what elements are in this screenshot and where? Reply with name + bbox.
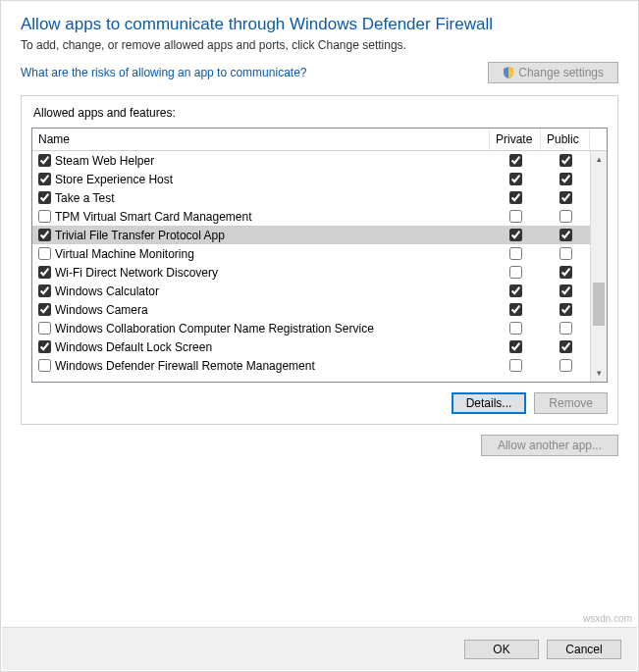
public-checkbox[interactable]	[559, 247, 572, 260]
app-enabled-checkbox[interactable]	[38, 340, 51, 353]
table-row[interactable]: Windows Collaboration Computer Name Regi…	[32, 319, 590, 337]
private-checkbox[interactable]	[509, 173, 522, 185]
app-enabled-checkbox[interactable]	[38, 266, 51, 279]
cell-name: Windows Camera	[32, 303, 490, 317]
public-checkbox[interactable]	[559, 322, 572, 335]
table-buttons: Details... Remove	[31, 392, 608, 414]
cell-public	[541, 210, 590, 223]
private-checkbox[interactable]	[509, 210, 522, 223]
cell-private	[490, 229, 541, 241]
table-row[interactable]: TPM Virtual Smart Card Management	[32, 207, 590, 226]
column-name[interactable]: Name	[32, 129, 490, 150]
app-enabled-checkbox[interactable]	[38, 284, 51, 297]
private-checkbox[interactable]	[509, 154, 522, 167]
app-enabled-checkbox[interactable]	[38, 154, 51, 167]
public-checkbox[interactable]	[559, 229, 572, 241]
app-name-label: Steam Web Helper	[55, 154, 154, 168]
cell-public	[541, 322, 590, 335]
app-enabled-checkbox[interactable]	[38, 229, 51, 241]
app-enabled-checkbox[interactable]	[38, 191, 51, 204]
table-header: Name Private Public	[32, 129, 607, 151]
private-checkbox[interactable]	[509, 359, 522, 372]
app-enabled-checkbox[interactable]	[38, 322, 51, 335]
scroll-thumb[interactable]	[593, 283, 605, 326]
column-public[interactable]: Public	[541, 129, 590, 150]
table-row[interactable]: Steam Web Helper	[32, 151, 590, 170]
app-enabled-checkbox[interactable]	[38, 247, 51, 260]
private-checkbox[interactable]	[509, 340, 522, 353]
ok-button[interactable]: OK	[464, 640, 539, 659]
risks-link[interactable]: What are the risks of allowing an app to…	[21, 66, 306, 79]
public-checkbox[interactable]	[559, 340, 572, 353]
private-checkbox[interactable]	[509, 322, 522, 335]
scroll-down-button[interactable]: ▾	[591, 365, 607, 382]
app-name-label: TPM Virtual Smart Card Management	[55, 210, 252, 224]
table-row[interactable]: Windows Defender Firewall Remote Managem…	[32, 356, 590, 375]
app-name-label: Trivial File Transfer Protocol App	[55, 229, 225, 242]
table-row[interactable]: Windows Camera	[32, 300, 590, 319]
public-checkbox[interactable]	[559, 284, 572, 297]
public-checkbox[interactable]	[559, 210, 572, 223]
cell-public	[541, 154, 590, 167]
app-enabled-checkbox[interactable]	[38, 173, 51, 185]
cell-name: Windows Default Lock Screen	[32, 340, 490, 354]
details-button[interactable]: Details...	[452, 392, 527, 414]
cell-name: Take a Test	[32, 191, 490, 205]
cell-name: Windows Collaboration Computer Name Regi…	[32, 322, 490, 336]
cell-private	[490, 340, 541, 353]
cancel-button[interactable]: Cancel	[547, 640, 621, 659]
app-name-label: Virtual Machine Monitoring	[55, 247, 194, 261]
cell-public	[541, 191, 590, 204]
app-enabled-checkbox[interactable]	[38, 359, 51, 372]
column-private[interactable]: Private	[490, 129, 541, 150]
cell-name: Store Experience Host	[32, 173, 490, 186]
scroll-up-button[interactable]: ▴	[591, 151, 607, 168]
private-checkbox[interactable]	[509, 266, 522, 279]
cell-private	[490, 247, 541, 260]
app-name-label: Windows Collaboration Computer Name Regi…	[55, 322, 374, 336]
private-checkbox[interactable]	[509, 191, 522, 204]
allow-another-app-button[interactable]: Allow another app...	[481, 435, 618, 456]
public-checkbox[interactable]	[559, 154, 572, 167]
watermark: wsxdn.com	[583, 613, 632, 624]
cell-public	[541, 359, 590, 372]
app-name-label: Windows Default Lock Screen	[55, 340, 212, 354]
cell-public	[541, 229, 590, 241]
app-enabled-checkbox[interactable]	[38, 210, 51, 223]
table-row[interactable]: Virtual Machine Monitoring	[32, 244, 590, 263]
public-checkbox[interactable]	[559, 173, 572, 185]
scroll-track[interactable]	[591, 168, 607, 365]
cell-name: Windows Calculator	[32, 284, 490, 298]
change-settings-button[interactable]: Change settings	[488, 62, 618, 83]
remove-button[interactable]: Remove	[534, 392, 608, 414]
cell-private	[490, 173, 541, 185]
private-checkbox[interactable]	[509, 303, 522, 316]
private-checkbox[interactable]	[509, 284, 522, 297]
private-checkbox[interactable]	[509, 229, 522, 241]
vertical-scrollbar[interactable]: ▴ ▾	[590, 151, 607, 382]
cell-private	[490, 359, 541, 372]
public-checkbox[interactable]	[559, 266, 572, 279]
app-name-label: Take a Test	[55, 191, 114, 205]
cell-name: Trivial File Transfer Protocol App	[32, 229, 490, 242]
table-row[interactable]: Store Experience Host	[32, 170, 590, 188]
public-checkbox[interactable]	[559, 191, 572, 204]
shield-icon	[503, 67, 514, 78]
cell-private	[490, 210, 541, 223]
table-row[interactable]: Windows Default Lock Screen	[32, 337, 590, 356]
table-row[interactable]: Wi-Fi Direct Network Discovery	[32, 263, 590, 282]
table-row[interactable]: Take a Test	[32, 188, 590, 207]
app-enabled-checkbox[interactable]	[38, 303, 51, 316]
app-name-label: Windows Camera	[55, 303, 148, 317]
cell-public	[541, 173, 590, 185]
allowed-apps-group: Allowed apps and features: Name Private …	[21, 95, 618, 425]
cell-name: Virtual Machine Monitoring	[32, 247, 490, 261]
table-body: Steam Web HelperStore Experience HostTak…	[32, 151, 607, 382]
public-checkbox[interactable]	[559, 359, 572, 372]
table-row[interactable]: Trivial File Transfer Protocol App	[32, 226, 590, 244]
private-checkbox[interactable]	[509, 247, 522, 260]
cell-public	[541, 266, 590, 279]
cell-name: Steam Web Helper	[32, 154, 490, 168]
public-checkbox[interactable]	[559, 303, 572, 316]
table-row[interactable]: Windows Calculator	[32, 282, 590, 300]
